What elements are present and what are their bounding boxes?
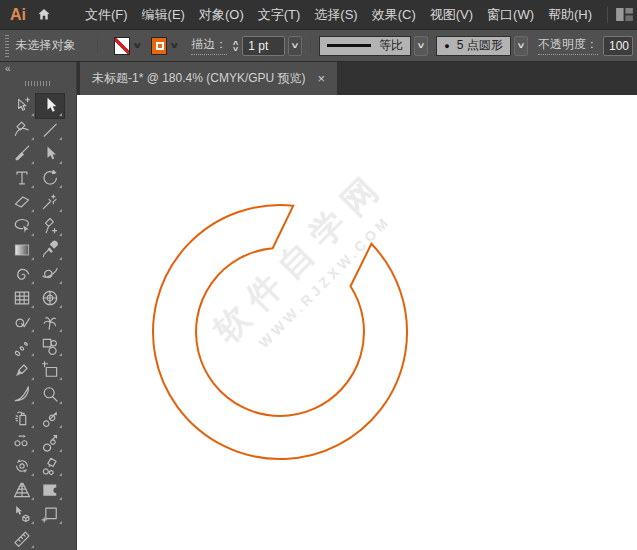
zoom-tool-icon xyxy=(40,384,60,404)
spiral-tool-icon xyxy=(12,264,32,284)
control-bar: 未选择对象 ∨ ∨ 描边： ∧∨ 1 pt ∨ 等比 ∨ ● 5 点圆形 ∨ 不… xyxy=(0,30,637,62)
menu-item-1[interactable]: 编辑(E) xyxy=(135,6,192,24)
menu-item-5[interactable]: 效果(C) xyxy=(365,6,423,24)
magic-wand-tool-icon xyxy=(40,192,60,212)
tool-rectangular-grid-tool[interactable] xyxy=(8,286,36,310)
tool-add-anchor-point-tool[interactable] xyxy=(36,214,64,238)
opacity-label[interactable]: 不透明度： xyxy=(538,36,598,55)
symbol-sizer-tool-icon xyxy=(40,432,60,452)
tool-knife-tool[interactable] xyxy=(8,382,36,406)
controlbar-separator xyxy=(97,38,98,54)
document-tab-title: 未标题-1* @ 180.4% (CMYK/GPU 预览) xyxy=(92,70,306,87)
controlbar-separator2 xyxy=(310,38,311,54)
menu-item-3[interactable]: 文字(T) xyxy=(251,6,308,24)
menu-item-8[interactable]: 帮助(H) xyxy=(541,6,599,24)
line-segment-tool-icon xyxy=(40,120,60,140)
toolbar-drag-handle[interactable] xyxy=(25,81,51,86)
artwork-layer xyxy=(77,95,637,550)
stroke-weight-input[interactable]: 1 pt xyxy=(242,36,285,56)
tool-paintbrush-tool[interactable] xyxy=(8,142,36,166)
tool-rotate-tool[interactable] xyxy=(36,166,64,190)
stroke-swatch[interactable] xyxy=(151,37,167,55)
tool-gradient-tool[interactable] xyxy=(8,238,36,262)
tool-puppet-warp-tool[interactable] xyxy=(36,310,64,334)
tool-symbol-sprayer-tool[interactable] xyxy=(8,406,36,430)
stroke-weight-stepper[interactable]: ∧∨ xyxy=(233,40,238,52)
tool-eraser-tool[interactable] xyxy=(8,190,36,214)
variable-width-profile-dropdown[interactable]: 等比 xyxy=(319,36,411,56)
tool-slice-tool[interactable] xyxy=(36,358,64,382)
tool-lasso-tool[interactable] xyxy=(8,214,36,238)
tool-measure-tool[interactable] xyxy=(8,526,36,550)
tool-type-tool[interactable] xyxy=(8,166,36,190)
menu-item-7[interactable]: 窗口(W) xyxy=(480,6,541,24)
home-button[interactable] xyxy=(36,7,52,22)
tool-polar-grid-tool[interactable] xyxy=(36,286,64,310)
tool-shapes-tool[interactable] xyxy=(36,334,64,358)
chevron-down-icon: ∨ xyxy=(416,41,425,50)
tool-symbol-stainer-tool[interactable] xyxy=(36,454,64,478)
shape-builder-tool-icon xyxy=(12,312,32,332)
tool-direct-selection-tool[interactable] xyxy=(36,142,64,166)
measure-tool-icon xyxy=(12,528,32,548)
tool-perspective-selection-tool[interactable] xyxy=(8,502,36,526)
tools-grid xyxy=(0,94,76,550)
width-profile-value: 等比 xyxy=(379,37,403,54)
tool-curvature-tool[interactable] xyxy=(8,118,36,142)
canvas[interactable]: 软件自学网 WWW.RJZXW.COM xyxy=(77,95,637,550)
type-tool-icon xyxy=(12,168,32,188)
tool-shaper-tool[interactable] xyxy=(36,262,64,286)
brush-definition-dropdown[interactable]: ● 5 点圆形 xyxy=(436,36,510,56)
menu-item-4[interactable]: 选择(S) xyxy=(307,6,364,24)
document-tab-bar: 未标题-1* @ 180.4% (CMYK/GPU 预览) × xyxy=(77,62,637,95)
menu-item-0[interactable]: 文件(F) xyxy=(78,6,135,24)
controlbar-drag-handle[interactable] xyxy=(5,35,9,57)
fill-chevron-icon[interactable]: ∨ xyxy=(132,41,143,50)
tool-artboard-tool[interactable] xyxy=(36,502,64,526)
tool-spiral-tool[interactable] xyxy=(8,262,36,286)
tool-selection-tool[interactable] xyxy=(36,94,64,118)
stepper-down-icon[interactable]: ∨ xyxy=(232,46,240,52)
tab-close-icon[interactable]: × xyxy=(318,72,326,85)
illustrator-window: Ai 文件(F)编辑(E)对象(O)文字(T)选择(S)效果(C)视图(V)窗口… xyxy=(0,0,637,550)
perspective-grid-tool-icon xyxy=(12,480,32,500)
ai-logo: Ai xyxy=(10,6,26,24)
menu-item-6[interactable]: 视图(V) xyxy=(423,6,480,24)
menu-item-2[interactable]: 对象(O) xyxy=(192,6,251,24)
document-tab[interactable]: 未标题-1* @ 180.4% (CMYK/GPU 预览) × xyxy=(80,62,337,95)
tool-pencil-tool[interactable] xyxy=(8,358,36,382)
tool-magic-wand-tool[interactable] xyxy=(36,190,64,214)
shaper-tool-icon xyxy=(40,264,60,284)
eraser-tool-icon xyxy=(12,192,32,212)
width-profile-dropdown-button[interactable]: ∨ xyxy=(414,36,428,56)
rotate-tool-icon xyxy=(40,168,60,188)
opacity-input[interactable]: 100 xyxy=(603,36,633,56)
paintbrush-tool-icon xyxy=(12,144,32,164)
tool-symbol-shifter-tool[interactable] xyxy=(36,406,64,430)
stroke-chevron-icon[interactable]: ∨ xyxy=(168,41,179,50)
tool-symbol-scruncher-tool[interactable] xyxy=(8,430,36,454)
tool-zoom-tool[interactable] xyxy=(36,382,64,406)
add-anchor-point-tool-icon xyxy=(40,216,60,236)
tool-group-selection-tool[interactable] xyxy=(8,94,36,118)
tool-symbol-sizer-tool[interactable] xyxy=(36,430,64,454)
tool-eyedropper-tool[interactable] xyxy=(36,238,64,262)
rectangular-grid-tool-icon xyxy=(12,288,32,308)
fill-swatch[interactable] xyxy=(114,37,130,55)
collapse-panel-icon[interactable]: « xyxy=(5,64,11,74)
stroke-weight-label[interactable]: 描边： xyxy=(191,36,227,55)
artboard-tool-icon xyxy=(40,504,60,524)
u-outline-shape xyxy=(153,205,407,459)
workspace-switcher-button[interactable]: ∨ xyxy=(616,8,637,21)
tool-line-segment-tool[interactable] xyxy=(36,118,64,142)
stroke-weight-dropdown-button[interactable]: ∨ xyxy=(288,36,302,56)
selection-tool-icon xyxy=(40,96,60,116)
tool-blend-tool[interactable] xyxy=(8,334,36,358)
brush-dropdown-button[interactable]: ∨ xyxy=(514,36,528,56)
tool-perspective-grid-tool[interactable] xyxy=(8,478,36,502)
symbol-shifter-tool-icon xyxy=(40,408,60,428)
pencil-tool-icon xyxy=(12,360,32,380)
tool-symbol-styler-tool[interactable] xyxy=(36,478,64,502)
tool-symbol-spinner-tool[interactable] xyxy=(8,454,36,478)
tool-shape-builder-tool[interactable] xyxy=(8,310,36,334)
